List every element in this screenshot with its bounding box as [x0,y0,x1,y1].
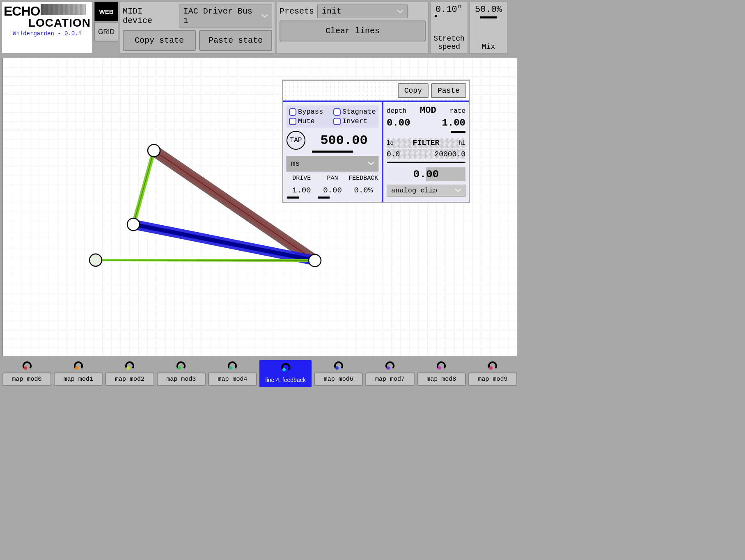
paste-state-button[interactable]: Paste state [199,30,272,51]
mod-icon [22,360,32,371]
mod-slot-6[interactable]: map mod6 [314,360,363,387]
grid-button[interactable]: GRID [94,22,118,42]
chevron-down-icon [261,11,268,21]
mod-slot-0[interactable]: map mod0 [2,360,51,387]
mute-checkbox[interactable]: Mute [289,117,332,125]
mod-map-button-7[interactable]: map mod7 [365,373,414,386]
svg-point-11 [387,366,390,370]
mod-icon [333,360,344,371]
mod-icon [487,360,498,371]
svg-point-12 [438,366,441,370]
logo: ECHO LOCATION Wildergarden - 0.0.1 [2,2,93,54]
mod-map-button-5[interactable]: line 4: feedback [261,374,310,386]
stretch-speed-control[interactable]: 0.10" Stretch speed [430,2,468,54]
mod-label: MOD [420,105,436,116]
midi-label: MIDI device [123,7,176,25]
svg-point-3 [309,254,321,267]
logo-sub: Wildergarden - 0.0.1 [4,30,91,37]
delay-time-value[interactable]: 500.00 [309,133,378,148]
svg-point-0 [148,144,160,157]
mod-slot-2[interactable]: map mod2 [105,360,154,387]
mod-depth-value[interactable]: 0.00 [387,117,410,128]
mod-map-button-2[interactable]: map mod2 [105,373,154,386]
filter-lo-label: lo [387,140,394,146]
tap-button[interactable]: TAP [287,131,305,150]
svg-point-4 [24,366,27,370]
mod-slot-8[interactable]: map mod8 [417,360,466,387]
stagnate-checkbox[interactable]: Stagnate [333,108,376,116]
line-parameter-panel[interactable]: Copy Paste Bypass Stagnate Mute Invert T… [282,80,470,203]
drive-control[interactable]: DRIVE 1.00 [287,175,316,199]
svg-point-9 [282,368,286,371]
mod-slot-7[interactable]: map mod7 [365,360,414,387]
mod-icon [385,360,395,371]
mod-rate-value[interactable]: 1.00 [442,117,465,128]
canvas[interactable]: Copy Paste Bypass Stagnate Mute Invert T… [2,58,517,356]
web-button[interactable]: WEB [94,2,118,21]
panel-paste-button[interactable]: Paste [431,83,466,98]
bypass-checkbox[interactable]: Bypass [289,108,332,116]
mod-icon [436,360,447,371]
mod-icon [124,360,135,371]
mod-map-button-3[interactable]: map mod3 [157,373,206,386]
svg-point-10 [335,366,339,370]
mod-rate-label: rate [450,107,465,115]
presets-label: Presets [280,7,314,16]
mod-slot-3[interactable]: map mod3 [157,360,206,387]
mix-control[interactable]: 50.0% Mix [470,2,507,54]
mod-depth-label: depth [387,107,406,115]
mod-map-button-9[interactable]: map mod9 [468,373,517,386]
mod-icon [73,360,84,371]
invert-checkbox[interactable]: Invert [333,117,376,125]
svg-point-13 [489,366,493,370]
svg-point-1 [127,218,140,231]
svg-point-8 [229,366,232,370]
feedback-control[interactable]: FEEDBACK 0.0% [348,175,378,199]
chevron-down-icon [367,160,375,168]
filter-lo-value[interactable]: 0.0 [387,150,400,158]
panel-copy-button[interactable]: Copy [398,83,429,98]
chevron-down-icon [397,7,404,16]
mod-map-button-1[interactable]: map mod1 [54,373,103,386]
mod-map-button-6[interactable]: map mod6 [314,373,363,386]
mod-icon [176,360,186,371]
svg-point-6 [126,366,130,370]
midi-device-dropdown[interactable]: IAC Driver Bus 1 [179,5,272,27]
mod-slot-1[interactable]: map mod1 [54,360,103,387]
mod-slot-9[interactable]: map mod9 [468,360,517,387]
svg-point-2 [89,254,102,266]
presets-dropdown[interactable]: init [317,5,408,18]
filter-hi-label: hi [458,140,465,146]
copy-state-button[interactable]: Copy state [123,30,196,51]
svg-point-5 [75,366,78,370]
clear-lines-button[interactable]: Clear lines [280,21,426,41]
chevron-down-icon [454,187,462,194]
mod-slot-5[interactable]: line 4: feedback [259,360,312,387]
mod-slot-4[interactable]: map mod4 [208,360,257,387]
svg-point-7 [178,366,181,370]
mod-icon [227,360,238,371]
attack-value[interactable]: 0.00 [387,167,465,181]
mod-map-button-8[interactable]: map mod8 [417,373,466,386]
time-unit-dropdown[interactable]: ms [287,156,378,171]
clip-mode-dropdown[interactable]: analog clip [387,185,465,197]
mod-icon [280,362,291,373]
filter-label: FILTER [413,139,440,147]
mod-map-button-0[interactable]: map mod0 [2,373,51,386]
filter-hi-value[interactable]: 20000.0 [434,150,465,158]
mod-map-button-4[interactable]: map mod4 [208,373,257,386]
pan-control[interactable]: PAN 0.00 [317,175,347,199]
